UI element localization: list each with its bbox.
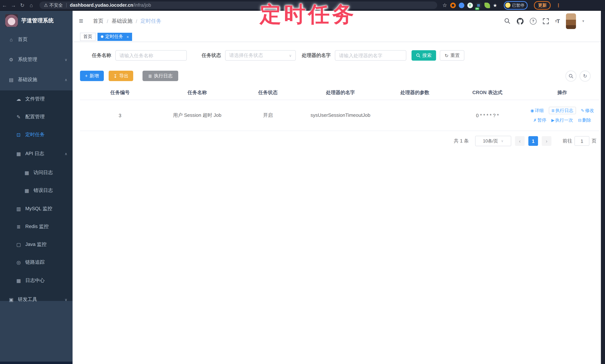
sidebar-item-java-monitor[interactable]: ▢ Java 监控 bbox=[0, 239, 73, 250]
timer-icon: ⊡ bbox=[16, 132, 22, 137]
sidebar-item-dev-tools[interactable]: ▣ 研发工具 ∨ bbox=[0, 294, 73, 305]
window-edge bbox=[601, 10, 605, 364]
refresh-table-button[interactable]: ↻ bbox=[580, 71, 591, 81]
task-status-select[interactable]: 请选择任务状态 ∨ bbox=[225, 50, 296, 61]
help-icon[interactable]: ? bbox=[530, 18, 537, 24]
breadcrumb-separator: / bbox=[136, 18, 137, 24]
task-name-label: 任务名称 bbox=[92, 52, 111, 59]
url-text: dashboard.yudao.iocoder.cn/infra/job bbox=[70, 3, 151, 8]
chevron-up-icon: ∧ bbox=[65, 78, 67, 82]
bookmark-star-icon[interactable]: ☆ bbox=[442, 2, 447, 8]
browser-update-button[interactable]: 更新 bbox=[534, 1, 551, 10]
edit-link[interactable]: ✎修改 bbox=[581, 108, 594, 113]
handler-name-label: 处理器的名字 bbox=[302, 52, 331, 59]
show-search-button[interactable] bbox=[566, 71, 576, 81]
list-icon: ≣ bbox=[551, 108, 554, 113]
sidebar-item-infrastructure[interactable]: ▤ 基础设施 ∧ bbox=[0, 74, 73, 85]
chevron-down-icon: ∨ bbox=[65, 298, 67, 301]
logo-image bbox=[5, 14, 18, 27]
close-icon[interactable]: × bbox=[127, 34, 129, 39]
sidebar-item-system-mgmt[interactable]: ⚙ 系统管理 ∨ bbox=[0, 54, 73, 65]
jump-suffix-label: 页 bbox=[592, 138, 596, 144]
extension-icon-vue[interactable]: V bbox=[467, 2, 473, 8]
extension-icon-star[interactable]: ★ bbox=[493, 2, 497, 8]
task-name-input[interactable] bbox=[115, 50, 187, 61]
pagination: 共 1 条 10条/页 ∨ ‹ 1 › 前往 1 页 bbox=[454, 136, 596, 146]
col-job-name: 任务名称 bbox=[160, 86, 234, 100]
breadcrumb-infrastructure[interactable]: 基础设施 bbox=[112, 18, 132, 25]
search-icon[interactable] bbox=[504, 18, 511, 24]
cell-handler-name: sysUserSessionTimeoutJob bbox=[301, 100, 380, 131]
sidebar-item-home[interactable]: ⌂ 首页 bbox=[0, 34, 73, 45]
reset-button[interactable]: ↻ 重置 bbox=[440, 50, 464, 61]
forward-icon[interactable]: → bbox=[9, 2, 18, 8]
sidebar-item-error-logs[interactable]: ▦ 错误日志 bbox=[0, 185, 73, 196]
sidebar-item-mysql-monitor[interactable]: ▥ MySQL 监控 bbox=[0, 203, 73, 214]
sidebar-item-scheduled-jobs[interactable]: ⊡ 定时任务 bbox=[0, 129, 73, 140]
github-icon[interactable] bbox=[517, 18, 524, 24]
jump-page-input[interactable]: 1 bbox=[575, 136, 589, 146]
jump-label: 前往 bbox=[563, 138, 572, 144]
pause-link[interactable]: ✗暂停 bbox=[533, 117, 546, 123]
sidebar-item-config-mgmt[interactable]: ✎ 配置管理 bbox=[0, 111, 73, 122]
sidebar-item-trace[interactable]: ◎ 链路追踪 bbox=[0, 257, 73, 268]
breadcrumb-home[interactable]: 首页 bbox=[93, 18, 104, 25]
page-number-1[interactable]: 1 bbox=[528, 136, 538, 146]
export-button[interactable]: ↧ 导出 bbox=[109, 71, 133, 81]
prev-page-button[interactable]: ‹ bbox=[515, 136, 525, 146]
col-handler-param: 处理器的参数 bbox=[380, 86, 450, 100]
trash-icon: ⊟ bbox=[578, 118, 581, 122]
extension-on-badge: on bbox=[475, 7, 479, 10]
handler-name-input[interactable] bbox=[335, 50, 406, 61]
eye-icon: ◎ bbox=[16, 260, 22, 265]
sidebar-item-redis-monitor[interactable]: ≣ Redis 监控 bbox=[0, 221, 73, 232]
sidebar-item-access-logs[interactable]: ▦ 访问日志 bbox=[0, 167, 73, 178]
security-warning[interactable]: ⚠不安全 bbox=[44, 2, 63, 8]
cell-handler-param bbox=[380, 100, 450, 131]
exec-log-link[interactable]: ≣执行日志 bbox=[549, 107, 576, 114]
exec-log-button[interactable]: ≣ 执行日志 bbox=[143, 71, 178, 81]
next-page-button[interactable]: › bbox=[542, 136, 552, 146]
extension-icon-orange[interactable] bbox=[450, 2, 456, 8]
home-icon[interactable]: ⌂ bbox=[27, 2, 36, 8]
breadcrumb-current: 定时任务 bbox=[141, 18, 161, 25]
tags-view-bar: 首页 定时任务 × bbox=[73, 32, 601, 42]
reload-icon[interactable]: ↻ bbox=[18, 2, 27, 8]
chevron-down-icon: ∨ bbox=[501, 139, 503, 143]
java-icon: ▢ bbox=[16, 242, 22, 247]
detail-link[interactable]: ◉详细 bbox=[530, 108, 544, 113]
sidebar-item-file-mgmt[interactable]: ☁ 文件管理 bbox=[0, 93, 73, 104]
cell-operations: ◉详细 ≣执行日志 ✎修改 ✗暂停 ▶执行一次 ⊟删除 bbox=[525, 100, 600, 131]
avatar-caret-icon[interactable]: ▾ bbox=[582, 19, 584, 23]
browser-profile-chip[interactable]: 已暂停 bbox=[504, 1, 528, 10]
avatar[interactable] bbox=[566, 13, 576, 29]
add-button[interactable]: + 新增 bbox=[80, 71, 104, 81]
extension-icon-leaf[interactable] bbox=[484, 2, 490, 8]
search-button[interactable]: 搜索 bbox=[411, 50, 436, 61]
log-icon: ▦ bbox=[24, 188, 30, 193]
tab-scheduled-jobs[interactable]: 定时任务 × bbox=[97, 33, 132, 41]
sidebar-collapse-icon[interactable]: ≡ bbox=[79, 17, 83, 25]
browser-menu-icon[interactable]: ⋮ bbox=[556, 2, 561, 8]
chevron-down-icon: ∨ bbox=[289, 53, 292, 57]
back-icon[interactable]: ← bbox=[0, 2, 9, 8]
app-logo[interactable]: 芋道管理系统 bbox=[0, 10, 73, 30]
divider bbox=[66, 3, 66, 7]
font-size-icon[interactable]: тT bbox=[555, 18, 560, 24]
run-once-link[interactable]: ▶执行一次 bbox=[552, 117, 573, 123]
page-size-select[interactable]: 10条/页 ∨ bbox=[475, 136, 511, 146]
profile-paused-label: 已暂停 bbox=[512, 2, 524, 8]
chevron-up-icon: ∧ bbox=[65, 152, 67, 156]
chevron-down-icon: ∨ bbox=[65, 57, 67, 62]
delete-link[interactable]: ⊟删除 bbox=[578, 117, 591, 123]
sidebar-item-log-center[interactable]: ▦ 日志中心 bbox=[0, 275, 73, 286]
table-header-row: 任务编号 任务名称 任务状态 处理器的名字 处理器的参数 CRON 表达式 操作 bbox=[80, 86, 600, 100]
fullscreen-icon[interactable] bbox=[543, 18, 549, 24]
extension-icon-blue[interactable] bbox=[459, 2, 464, 8]
tab-home[interactable]: 首页 bbox=[80, 33, 96, 41]
sidebar: 芋道管理系统 ⌂ 首页 ⚙ 系统管理 ∨ ▤ 基础设施 ∧ ☁ 文件管理 ✎ 配… bbox=[0, 10, 73, 364]
address-bar[interactable]: ⚠不安全 dashboard.yudao.iocoder.cn/infra/jo… bbox=[39, 1, 437, 9]
sidebar-item-api-logs[interactable]: ▦ API 日志 ∧ bbox=[0, 148, 73, 159]
table-actions: + 新增 ↧ 导出 ≣ 执行日志 bbox=[80, 71, 178, 81]
extension-icon-grid[interactable]: ▦on bbox=[476, 2, 481, 8]
